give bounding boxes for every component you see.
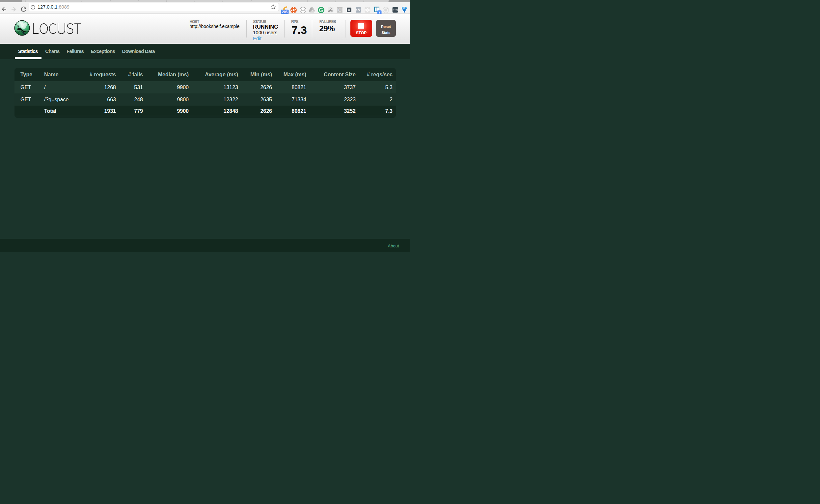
svg-text:205: 205 [282,10,288,14]
svg-text:C: C [338,8,342,13]
